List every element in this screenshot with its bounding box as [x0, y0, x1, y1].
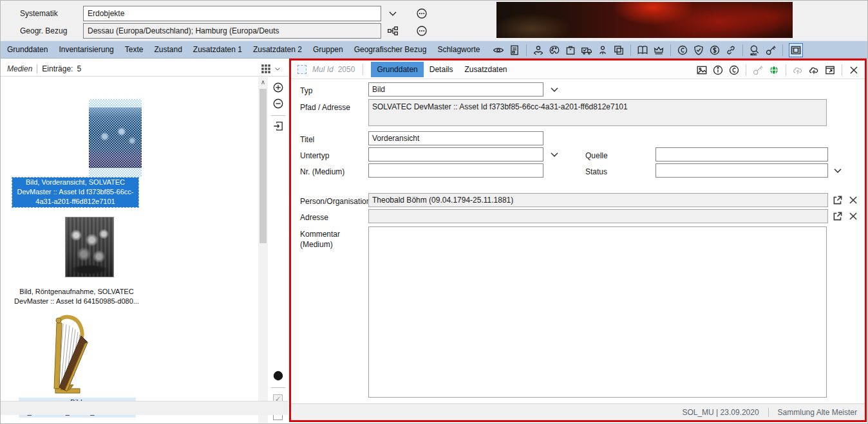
- titel-label: Titel: [300, 135, 314, 144]
- chevron-down-icon[interactable]: [274, 63, 281, 75]
- detail-tab-zusatzdaten[interactable]: Zusatzdaten: [458, 62, 513, 77]
- ribbon-toolbar: [493, 41, 803, 59]
- media-thumbnail-vorderansicht[interactable]: [89, 99, 142, 177]
- bag-icon[interactable]: [565, 44, 576, 56]
- hierarchy-icon[interactable]: [387, 25, 399, 37]
- header-separator: [37, 64, 37, 73]
- eye-icon[interactable]: [493, 44, 504, 56]
- toolbar-divider: [271, 115, 285, 116]
- toolbar-separator: [670, 44, 671, 56]
- tab-grunddaten[interactable]: Grunddaten: [7, 45, 48, 54]
- typ-label: Typ: [300, 86, 312, 95]
- chevron-down-icon[interactable]: [549, 149, 560, 160]
- status-input[interactable]: [656, 163, 828, 178]
- statusbar-user-date: SOL_MU | 23.09.2020: [682, 408, 759, 417]
- money-icon[interactable]: [709, 44, 721, 56]
- scrollbar-thumb[interactable]: [259, 89, 267, 243]
- media-caption[interactable]: Bild, Röntgenaufnahme, SOLVATEC DevMaste…: [14, 287, 140, 306]
- mul-id-label: Mul Id: [312, 65, 334, 74]
- crown-icon[interactable]: [653, 44, 665, 56]
- ellipsis-button-icon[interactable]: [416, 25, 428, 37]
- chevron-down-icon[interactable]: [832, 165, 844, 176]
- media-scrollbar[interactable]: ∧ ∨: [258, 77, 268, 424]
- nr-medium-label: Nr. (Medium): [300, 167, 344, 176]
- detail-tab-grunddaten[interactable]: Grunddaten: [371, 62, 423, 77]
- conservation-hands-icon[interactable]: [533, 44, 544, 56]
- key-icon[interactable]: [765, 44, 777, 56]
- copyright-icon[interactable]: [677, 44, 688, 56]
- ellipsis-button-icon[interactable]: [416, 8, 428, 19]
- image-icon[interactable]: [696, 64, 708, 76]
- copies-icon[interactable]: [613, 44, 625, 56]
- media-detail-panel: Mul Id 2050 Grunddaten Details Zusatzdat…: [289, 59, 867, 422]
- link-icon[interactable]: [725, 44, 737, 56]
- systematik-label: Systematik: [20, 9, 58, 18]
- tab-texte[interactable]: Texte: [125, 45, 144, 54]
- cloud-add-icon[interactable]: [808, 64, 820, 76]
- ribbon-tab-strip: Grunddaten Inventarisierung Texte Zustan…: [1, 41, 868, 59]
- geogr-bezug-input[interactable]: Dessau (Europa/Deutschland); Hamburg (Eu…: [83, 23, 381, 39]
- tab-gruppen[interactable]: Gruppen: [313, 45, 343, 54]
- tab-zusatzdaten-1[interactable]: Zusatzdaten 1: [193, 45, 242, 54]
- globe-dark-icon[interactable]: [272, 370, 284, 382]
- systematik-input[interactable]: Erdobjekte: [83, 6, 381, 21]
- detail-tab-details[interactable]: Details: [424, 62, 459, 77]
- selection-checker-overlay: [89, 99, 142, 177]
- thumbnail-grid-view-icon[interactable]: [260, 63, 272, 75]
- palette-icon[interactable]: [549, 44, 560, 56]
- tab-schlagworte[interactable]: Schlagworte: [437, 45, 480, 54]
- kommentar-medium-textarea[interactable]: [368, 226, 827, 398]
- detail-header: Mul Id 2050 Grunddaten Details Zusatzdat…: [291, 60, 865, 79]
- adresse-input[interactable]: [368, 209, 828, 223]
- media-panel-footer: [1, 401, 288, 415]
- statusbar-separator: [768, 408, 769, 417]
- open-external-icon[interactable]: [832, 210, 844, 222]
- toolbar-separator: [742, 44, 743, 56]
- tab-zustand[interactable]: Zustand: [154, 45, 182, 54]
- copyright-icon[interactable]: [728, 64, 740, 76]
- scroll-up-icon[interactable]: ∧: [258, 77, 268, 88]
- pfad-adresse-input[interactable]: SOLVATEC DevMaster :: Asset Id f373bf85-…: [368, 99, 827, 126]
- ribbon-tabs: Grunddaten Inventarisierung Texte Zustan…: [1, 45, 480, 54]
- tab-geografischer-bezug[interactable]: Geografischer Bezug: [354, 45, 427, 54]
- record-header: Systematik Erdobjekte Geogr. Bezug Dessa…: [1, 1, 868, 41]
- transport-truck-icon[interactable]: [581, 44, 592, 56]
- person-pin-icon[interactable]: [597, 44, 609, 56]
- untertyp-input[interactable]: [368, 147, 543, 161]
- book-icon[interactable]: [637, 44, 648, 56]
- toolbar-separator: [746, 64, 746, 76]
- close-icon[interactable]: [848, 64, 860, 76]
- zoom-in-icon[interactable]: [272, 82, 284, 93]
- typ-input[interactable]: Bild: [368, 82, 543, 97]
- filmstrip-icon[interactable]: [789, 43, 803, 57]
- chevron-down-icon[interactable]: [549, 84, 560, 95]
- import-icon[interactable]: [272, 120, 284, 132]
- report-icon[interactable]: [509, 44, 520, 56]
- titel-input[interactable]: Vorderansicht: [368, 131, 543, 145]
- open-external-icon[interactable]: [832, 194, 844, 206]
- globe-green-icon[interactable]: [768, 64, 780, 76]
- quelle-input[interactable]: [656, 147, 828, 161]
- tab-inventarisierung[interactable]: Inventarisierung: [59, 45, 113, 54]
- clear-icon[interactable]: [847, 194, 859, 206]
- zoom-out-icon[interactable]: [272, 98, 284, 109]
- nr-medium-input[interactable]: [368, 163, 543, 178]
- media-panel-title: Medien: [7, 64, 32, 73]
- info-icon[interactable]: [712, 64, 724, 76]
- clear-icon[interactable]: [847, 210, 859, 222]
- harp-image: [41, 313, 95, 398]
- media-caption-selected[interactable]: Bild, Vorderansicht, SOLVATEC DevMaster …: [12, 178, 138, 207]
- media-thumbnail-harp[interactable]: [41, 313, 95, 398]
- spellcheck-icon[interactable]: [749, 44, 760, 56]
- media-list: Bild, Vorderansicht, SOLVATEC DevMaster …: [1, 77, 258, 424]
- popup-window-icon[interactable]: [824, 64, 836, 76]
- tab-zusatzdaten-2[interactable]: Zusatzdaten 2: [253, 45, 302, 54]
- person-organisation-input[interactable]: Theobald Böhm (09.04.1794-25.11.1881): [368, 193, 828, 207]
- untertyp-label: Untertyp: [300, 151, 329, 160]
- chevron-down-icon[interactable]: [387, 8, 399, 19]
- record-select-checkbox[interactable]: [297, 65, 307, 74]
- shield-icon[interactable]: [693, 44, 704, 56]
- media-thumbnail-roentgen[interactable]: [65, 217, 114, 277]
- object-banner-image: [496, 2, 793, 38]
- person-organisation-label: Person/Organisation: [300, 197, 370, 206]
